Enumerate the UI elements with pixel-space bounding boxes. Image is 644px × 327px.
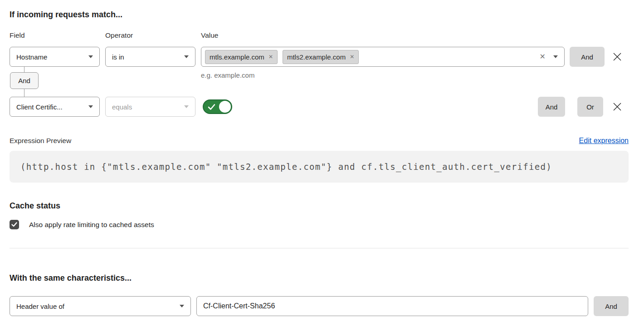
- field-select-row2-value: Client Certific...: [16, 103, 63, 111]
- expression-code-block: (http.host in {"mtls.example.com" "mtls2…: [10, 151, 629, 183]
- field-label: Field: [10, 31, 105, 40]
- value-tag-text: mtls.example.com: [210, 53, 264, 61]
- delete-condition-icon[interactable]: [611, 101, 623, 113]
- section-divider: [10, 248, 629, 248]
- cache-status-title: Cache status: [10, 201, 629, 211]
- operator-select-row1-value: is in: [112, 53, 124, 61]
- characteristics-title: With the same characteristics...: [10, 273, 629, 283]
- characteristics-row: Header value of And: [10, 296, 629, 316]
- operator-select-row2-disabled: equals: [105, 97, 195, 117]
- close-icon: [612, 52, 622, 62]
- value-controls: ✕: [540, 53, 558, 60]
- value-helper-text: e.g. example.com: [201, 71, 254, 79]
- delete-condition-icon[interactable]: [611, 51, 623, 63]
- characteristic-select-value: Header value of: [16, 302, 64, 310]
- add-and-condition-button-row2[interactable]: And: [538, 97, 565, 117]
- value-tag: mtls.example.com ✕: [205, 50, 278, 64]
- check-icon: [208, 104, 215, 112]
- operator-select-row2-value: equals: [112, 103, 132, 111]
- chevron-down-icon: [88, 105, 93, 108]
- characteristic-select[interactable]: Header value of: [10, 296, 191, 316]
- toggle-knob: [219, 101, 231, 113]
- field-select-row1[interactable]: Hostname: [10, 47, 100, 67]
- tag-remove-icon[interactable]: ✕: [350, 54, 354, 59]
- field-select-row2[interactable]: Client Certific...: [10, 97, 100, 117]
- value-label: Value: [201, 31, 629, 40]
- chevron-down-icon[interactable]: [553, 55, 558, 58]
- operator-label: Operator: [105, 31, 201, 40]
- field-select-row1-value: Hostname: [16, 53, 47, 61]
- rule-builder-page: If incoming requests match... Field Oper…: [0, 0, 644, 327]
- add-characteristic-button[interactable]: And: [594, 296, 629, 316]
- chevron-down-icon: [180, 305, 184, 307]
- boolean-value-toggle[interactable]: [203, 99, 232, 114]
- chevron-down-icon: [88, 55, 93, 58]
- clear-values-icon[interactable]: ✕: [540, 53, 546, 60]
- condition-row-1: Hostname is in mtls.example.com ✕ mtls2.…: [10, 47, 629, 67]
- cached-assets-checkbox[interactable]: [10, 220, 19, 229]
- match-section-title: If incoming requests match...: [10, 10, 629, 20]
- connector-line: [24, 67, 24, 72]
- add-or-condition-button-row2[interactable]: Or: [577, 97, 603, 117]
- cache-checkbox-row: Also apply rate limiting to cached asset…: [10, 220, 629, 229]
- close-icon: [612, 102, 622, 112]
- value-tag: mtls2.example.com ✕: [283, 50, 359, 64]
- condition-labels-row: Field Operator Value: [10, 31, 629, 40]
- add-and-condition-button-row1[interactable]: And: [570, 47, 605, 67]
- expression-preview-header: Expression Preview Edit expression: [10, 137, 629, 145]
- connector-and-button[interactable]: And: [10, 72, 39, 89]
- cached-assets-checkbox-label: Also apply rate limiting to cached asset…: [29, 221, 154, 229]
- operator-select-row1[interactable]: is in: [105, 47, 195, 67]
- chevron-down-icon: [184, 55, 189, 58]
- edit-expression-link[interactable]: Edit expression: [579, 137, 629, 145]
- header-name-input[interactable]: [196, 296, 588, 316]
- expression-preview-label: Expression Preview: [10, 137, 71, 145]
- value-multiselect-row1[interactable]: mtls.example.com ✕ mtls2.example.com ✕ ✕: [201, 47, 565, 67]
- tag-remove-icon[interactable]: ✕: [268, 54, 273, 59]
- check-icon: [11, 222, 17, 227]
- value-tag-text: mtls2.example.com: [287, 53, 346, 61]
- chevron-down-icon: [184, 105, 189, 108]
- connector-line: [24, 89, 24, 97]
- condition-row-2: Client Certific... equals And Or: [10, 97, 629, 117]
- connector-zone: And e.g. example.com: [10, 67, 629, 97]
